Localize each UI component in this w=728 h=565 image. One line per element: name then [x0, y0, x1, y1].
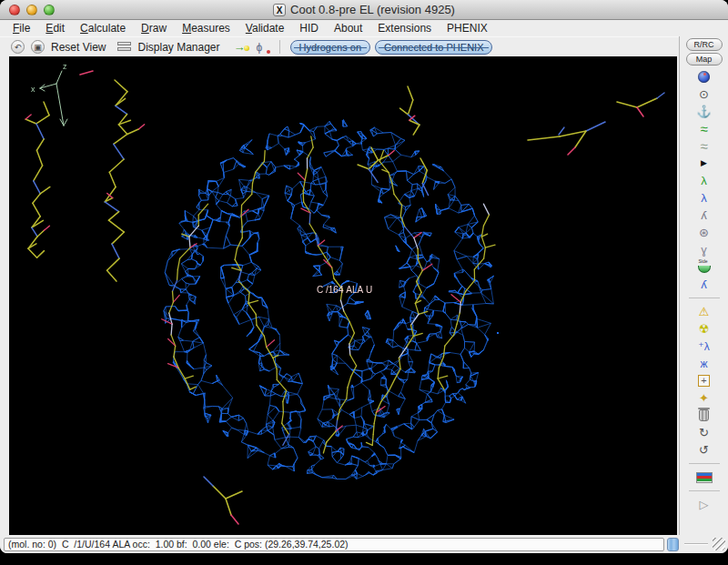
minimize-window-button[interactable] [26, 5, 37, 15]
toolbar-separator [279, 40, 280, 54]
toolbar-toggles: Hydrogens onConnected to PHENIX [290, 40, 493, 55]
recentre-button[interactable]: ▣ [31, 40, 45, 54]
menu-hid[interactable]: HID [299, 22, 318, 35]
fixed-atoms-icon[interactable]: ▶ [701, 155, 707, 172]
menu-file[interactable]: File [13, 22, 30, 35]
menu-draw[interactable]: Draw [141, 22, 167, 35]
redo-icon[interactable]: ↺ [699, 441, 709, 459]
side-chain-180-icon[interactable]: Side [698, 258, 711, 276]
toolbar-separator [689, 490, 720, 491]
undo-icon[interactable]: ↻ [699, 424, 709, 441]
menubar: FileEditCalculateDrawMeasuresValidateHID… [0, 20, 728, 36]
pepflip-icon[interactable]: ⚠ [699, 303, 710, 320]
toolbar-separator [689, 463, 720, 464]
statusbar-groove [684, 543, 708, 545]
titlebar[interactable]: X Coot 0.8-pre EL (revision 4925) [0, 0, 728, 20]
window-title-text: Coot 0.8-pre EL (revision 4925) [290, 3, 455, 16]
toggle-connected-to-phenix[interactable]: Connected to PHENIX [375, 40, 492, 55]
toggle-hydrogens-on[interactable]: Hydrogens on [290, 40, 371, 55]
menu-measures[interactable]: Measures [182, 22, 230, 35]
anchor-fix-atoms-icon[interactable]: ⚓ [696, 103, 711, 120]
menu-about[interactable]: About [334, 22, 362, 35]
regularize-zone-icon[interactable]: ≈ [700, 137, 707, 155]
statusbar-scroll-thumb[interactable] [667, 538, 679, 551]
toolbar: ↶ ▣ Reset View Display Manager → ϕ Hydro… [0, 36, 679, 56]
reset-view-button[interactable]: Reset View [51, 41, 106, 54]
goto-atom-icon[interactable]: → [234, 41, 250, 54]
menu-validate[interactable]: Validate [246, 22, 285, 35]
map-button[interactable]: Map [686, 53, 723, 66]
display-manager-icon[interactable] [117, 42, 131, 53]
rigid-body-fit-icon[interactable]: λ [701, 172, 707, 189]
run-script-icon[interactable]: ▷ [700, 496, 709, 513]
window-title: X Coot 0.8-pre EL (revision 4925) [0, 3, 728, 16]
real-space-refine-icon[interactable]: ≈ [700, 120, 707, 137]
menu-edit[interactable]: Edit [46, 22, 65, 35]
previous-view-button[interactable]: ↶ [11, 40, 25, 54]
gl-canvas[interactable] [9, 56, 677, 535]
statusbar: (mol. no: 0) C /1/U/164 ALA occ: 1.00 bf… [0, 535, 728, 553]
flag-icon[interactable] [696, 469, 713, 486]
gl-viewport[interactable] [9, 56, 677, 535]
right-panel-buttons: R/RCMap [680, 38, 728, 66]
rotate-translate-icon[interactable]: λ [701, 189, 707, 207]
map-sphere-icon[interactable] [698, 68, 710, 86]
environment-distances-icon[interactable]: ϕ [257, 41, 269, 54]
menu-calculate[interactable]: Calculate [80, 22, 126, 35]
right-toolbar-panel: R/RCMap ⊙⚓≈≈▶λλʎ⊛ɣSideʎ⚠☢⁺λж+✦↻↺▷ [679, 36, 728, 535]
add-alt-conf-icon[interactable]: ж [700, 355, 707, 372]
jiggle-fit-icon[interactable]: ʎ [701, 276, 707, 293]
clear-pending-icon[interactable]: ✦ [699, 389, 709, 407]
x11-app-icon: X [273, 4, 286, 16]
status-text-field: (mol. no: 0) C /1/U/164 ALA occ: 1.00 bf… [4, 538, 664, 551]
zoom-window-button[interactable] [44, 5, 55, 15]
menu-extensions[interactable]: Extensions [378, 22, 431, 35]
rotamers-icon[interactable]: ⊛ [699, 224, 709, 241]
rrc-button[interactable]: R/RC [686, 38, 723, 51]
place-atom-icon[interactable]: + [698, 372, 710, 389]
edit-backbone-icon[interactable]: ɣ [701, 241, 707, 258]
close-window-button[interactable] [9, 5, 20, 15]
coot-window: X Coot 0.8-pre EL (revision 4925) FileEd… [0, 0, 728, 553]
left-margin [0, 56, 9, 535]
menu-phenix[interactable]: PHENIX [447, 22, 488, 35]
mutate-icon[interactable]: ☢ [699, 320, 710, 338]
add-terminal-residue-icon[interactable]: ⁺λ [698, 338, 709, 355]
resize-grip[interactable] [713, 538, 725, 550]
auto-fit-rotamer-icon[interactable]: ʎ [701, 207, 707, 224]
delete-item-icon[interactable] [699, 407, 709, 424]
recentre-view-icon[interactable]: ⊙ [699, 86, 709, 103]
toolbar-separator [689, 298, 720, 298]
window-controls [9, 5, 55, 15]
display-manager-button[interactable]: Display Manager [137, 41, 219, 54]
modelling-toolbar: ⊙⚓≈≈▶λλʎ⊛ɣSideʎ⚠☢⁺λж+✦↻↺▷ [680, 68, 728, 513]
